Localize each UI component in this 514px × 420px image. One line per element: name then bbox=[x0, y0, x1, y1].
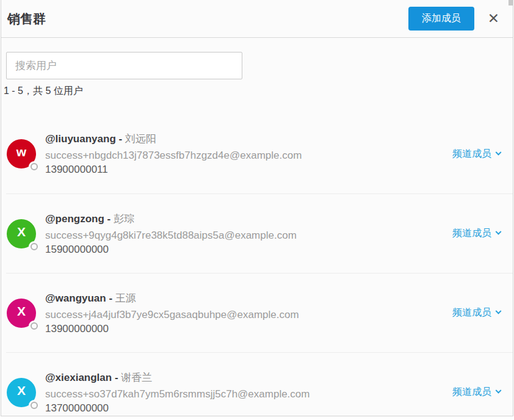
chevron-down-icon bbox=[496, 308, 502, 314]
username: @wangyuan bbox=[45, 292, 106, 304]
full-name: 谢香兰 bbox=[121, 372, 152, 383]
user-name-line: @liuyuanyang - 刘远阳 bbox=[45, 132, 452, 146]
user-email: success+nbgdch13j7873essfb7hzgzd4e@examp… bbox=[45, 150, 452, 162]
avatar: X bbox=[7, 378, 36, 407]
avatar: X bbox=[7, 299, 36, 328]
role-dropdown[interactable]: 频道成员 bbox=[452, 306, 501, 319]
chevron-down-icon bbox=[496, 149, 502, 155]
status-offline-icon bbox=[31, 163, 38, 170]
full-name: 刘远阳 bbox=[125, 133, 156, 145]
status-offline-icon bbox=[31, 322, 38, 330]
avatar-letter: X bbox=[17, 304, 26, 319]
role-label: 频道成员 bbox=[452, 386, 491, 399]
page-title: 销售群 bbox=[7, 10, 408, 27]
search-input[interactable] bbox=[6, 52, 242, 79]
user-name-line: @pengzong - 彭琮 bbox=[45, 212, 452, 226]
dialog-body: 1 - 5，共 5 位用户 w @liuyuanyang - 刘远阳 succe… bbox=[1, 52, 513, 416]
add-members-button[interactable]: 添加成员 bbox=[408, 7, 474, 31]
role-label: 频道成员 bbox=[452, 227, 491, 240]
close-icon: ✕ bbox=[488, 10, 499, 26]
user-info: @liuyuanyang - 刘远阳 success+nbgdch13j7873… bbox=[45, 132, 452, 176]
user-row: X @pengzong - 彭琮 success+9qyg4g8ki7re38k… bbox=[6, 194, 513, 273]
name-separator: - bbox=[106, 292, 115, 304]
username: @pengzong bbox=[45, 213, 104, 225]
user-info: @wangyuan - 王源 success+j4a4juf3b7ye9cx5g… bbox=[45, 291, 452, 335]
user-name-line: @xiexianglan - 谢香兰 bbox=[45, 371, 452, 385]
user-phone: 13700000000 bbox=[45, 402, 452, 415]
role-dropdown[interactable]: 频道成员 bbox=[452, 148, 501, 161]
full-name: 王源 bbox=[115, 292, 136, 304]
user-phone: 15900000000 bbox=[45, 244, 452, 256]
chevron-down-icon bbox=[496, 229, 502, 235]
avatar: X bbox=[7, 219, 36, 248]
user-count: 1 - 5，共 5 位用户 bbox=[4, 85, 513, 98]
name-separator: - bbox=[104, 213, 114, 225]
status-offline-icon bbox=[31, 243, 38, 250]
username: @xiexianglan bbox=[45, 372, 112, 383]
user-email: success+j4a4juf3b7ye9cx5gasaqbuhpe@examp… bbox=[45, 309, 452, 321]
dialog-header: 销售群 添加成员 ✕ bbox=[1, 0, 513, 38]
scrollbar-corner bbox=[509, 0, 513, 5]
avatar: w bbox=[7, 139, 36, 168]
status-offline-icon bbox=[31, 402, 38, 409]
user-list: w @liuyuanyang - 刘远阳 success+nbgdch13j78… bbox=[6, 114, 513, 416]
role-dropdown[interactable]: 频道成员 bbox=[452, 386, 501, 399]
user-phone: 13900000000 bbox=[45, 323, 452, 335]
role-label: 频道成员 bbox=[452, 148, 491, 161]
user-name-line: @wangyuan - 王源 bbox=[45, 291, 452, 305]
user-info: @xiexianglan - 谢香兰 success+so37d7kah7ym5… bbox=[45, 371, 452, 415]
avatar-letter: w bbox=[16, 145, 26, 159]
role-dropdown[interactable]: 频道成员 bbox=[452, 227, 501, 240]
name-separator: - bbox=[112, 372, 121, 383]
chevron-down-icon bbox=[496, 388, 502, 394]
close-button[interactable]: ✕ bbox=[483, 9, 504, 28]
channel-members-dialog: 销售群 添加成员 ✕ 1 - 5，共 5 位用户 w @liuyuanyang … bbox=[1, 0, 513, 416]
user-row: X @xiexianglan - 谢香兰 success+so37d7kah7y… bbox=[6, 352, 513, 416]
avatar-letter: X bbox=[17, 225, 26, 239]
user-phone: 13900000011 bbox=[45, 164, 452, 176]
user-row: w @liuyuanyang - 刘远阳 success+nbgdch13j78… bbox=[6, 114, 513, 194]
name-separator: - bbox=[116, 133, 125, 145]
user-email: success+9qyg4g8ki7re38k5td88aips5a@examp… bbox=[45, 230, 452, 242]
username: @liuyuanyang bbox=[45, 133, 116, 145]
user-info: @pengzong - 彭琮 success+9qyg4g8ki7re38k5t… bbox=[45, 212, 452, 256]
user-email: success+so37d7kah7ym5m6rsmmsjj5c7h@examp… bbox=[45, 388, 452, 400]
avatar-letter: X bbox=[17, 383, 26, 398]
role-label: 频道成员 bbox=[452, 306, 491, 319]
full-name: 彭琮 bbox=[114, 213, 134, 225]
user-row: X @wangyuan - 王源 success+j4a4juf3b7ye9cx… bbox=[6, 273, 513, 352]
